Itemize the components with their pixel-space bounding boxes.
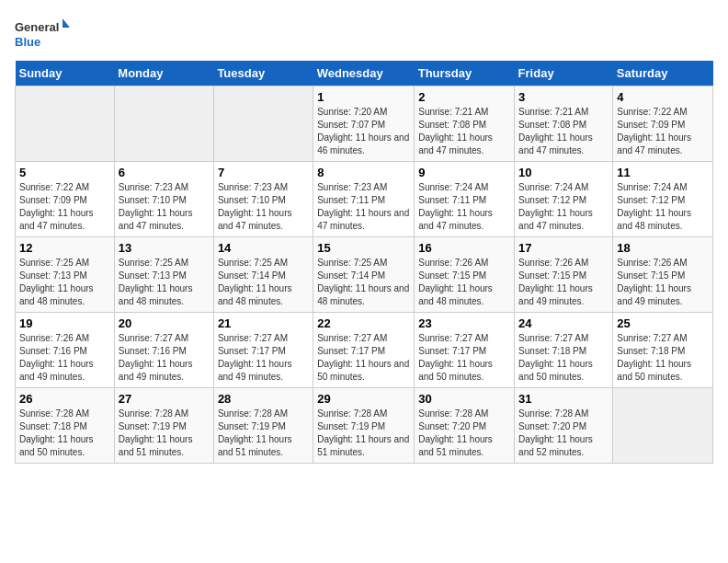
calendar-cell: 22Sunrise: 7:27 AM Sunset: 7:17 PM Dayli…: [313, 313, 415, 388]
calendar-cell: [114, 86, 213, 162]
day-number: 19: [19, 316, 110, 330]
day-number: 30: [418, 392, 510, 406]
day-info: Sunrise: 7:23 AM Sunset: 7:10 PM Dayligh…: [119, 181, 210, 233]
calendar-cell: 1Sunrise: 7:20 AM Sunset: 7:07 PM Daylig…: [313, 86, 415, 162]
day-number: 18: [617, 241, 709, 255]
day-info: Sunrise: 7:27 AM Sunset: 7:16 PM Dayligh…: [119, 332, 210, 384]
calendar-week-4: 19Sunrise: 7:26 AM Sunset: 7:16 PM Dayli…: [16, 313, 713, 388]
calendar-week-5: 26Sunrise: 7:28 AM Sunset: 7:18 PM Dayli…: [16, 388, 713, 464]
calendar-cell: 20Sunrise: 7:27 AM Sunset: 7:16 PM Dayli…: [114, 313, 213, 388]
calendar-week-1: 1Sunrise: 7:20 AM Sunset: 7:07 PM Daylig…: [16, 86, 713, 162]
page-header: General Blue: [15, 15, 713, 52]
day-info: Sunrise: 7:22 AM Sunset: 7:09 PM Dayligh…: [617, 106, 709, 157]
header-thursday: Thursday: [415, 61, 515, 86]
day-number: 20: [119, 316, 210, 330]
calendar-cell: 23Sunrise: 7:27 AM Sunset: 7:17 PM Dayli…: [415, 313, 515, 388]
logo: General Blue: [15, 15, 70, 52]
calendar-cell: 16Sunrise: 7:26 AM Sunset: 7:15 PM Dayli…: [415, 237, 515, 313]
day-info: Sunrise: 7:28 AM Sunset: 7:20 PM Dayligh…: [518, 408, 609, 459]
calendar-cell: 8Sunrise: 7:23 AM Sunset: 7:11 PM Daylig…: [313, 162, 415, 237]
day-number: 6: [119, 166, 210, 179]
day-number: 15: [317, 241, 410, 255]
day-info: Sunrise: 7:24 AM Sunset: 7:11 PM Dayligh…: [418, 181, 510, 233]
day-info: Sunrise: 7:28 AM Sunset: 7:19 PM Dayligh…: [119, 408, 210, 459]
calendar-table: SundayMondayTuesdayWednesdayThursdayFrid…: [15, 61, 713, 464]
calendar-cell: 9Sunrise: 7:24 AM Sunset: 7:11 PM Daylig…: [415, 162, 515, 237]
calendar-cell: 19Sunrise: 7:26 AM Sunset: 7:16 PM Dayli…: [16, 313, 115, 388]
day-info: Sunrise: 7:25 AM Sunset: 7:14 PM Dayligh…: [218, 257, 309, 308]
day-info: Sunrise: 7:26 AM Sunset: 7:15 PM Dayligh…: [418, 257, 510, 308]
day-number: 24: [518, 316, 609, 330]
day-info: Sunrise: 7:20 AM Sunset: 7:07 PM Dayligh…: [317, 106, 410, 157]
day-number: 8: [317, 166, 410, 179]
day-number: 9: [418, 166, 510, 179]
day-number: 17: [518, 241, 609, 255]
header-friday: Friday: [515, 61, 613, 86]
day-info: Sunrise: 7:26 AM Sunset: 7:15 PM Dayligh…: [518, 257, 609, 308]
calendar-cell: [613, 388, 713, 464]
day-info: Sunrise: 7:26 AM Sunset: 7:15 PM Dayligh…: [617, 257, 709, 308]
logo-svg: General Blue: [15, 15, 70, 52]
day-number: 29: [317, 392, 410, 406]
calendar-cell: 15Sunrise: 7:25 AM Sunset: 7:14 PM Dayli…: [313, 237, 415, 313]
calendar-cell: 11Sunrise: 7:24 AM Sunset: 7:12 PM Dayli…: [613, 162, 713, 237]
day-info: Sunrise: 7:27 AM Sunset: 7:18 PM Dayligh…: [617, 332, 709, 384]
day-info: Sunrise: 7:28 AM Sunset: 7:18 PM Dayligh…: [19, 408, 110, 459]
day-info: Sunrise: 7:28 AM Sunset: 7:20 PM Dayligh…: [418, 408, 510, 459]
day-info: Sunrise: 7:27 AM Sunset: 7:18 PM Dayligh…: [518, 332, 609, 384]
day-info: Sunrise: 7:28 AM Sunset: 7:19 PM Dayligh…: [218, 408, 309, 459]
calendar-cell: 18Sunrise: 7:26 AM Sunset: 7:15 PM Dayli…: [613, 237, 713, 313]
day-info: Sunrise: 7:21 AM Sunset: 7:08 PM Dayligh…: [518, 106, 609, 157]
day-info: Sunrise: 7:23 AM Sunset: 7:11 PM Dayligh…: [317, 181, 410, 233]
calendar-week-2: 5Sunrise: 7:22 AM Sunset: 7:09 PM Daylig…: [16, 162, 713, 237]
calendar-cell: 4Sunrise: 7:22 AM Sunset: 7:09 PM Daylig…: [613, 86, 713, 162]
day-number: 1: [317, 90, 410, 104]
day-number: 7: [218, 166, 309, 179]
calendar-cell: 3Sunrise: 7:21 AM Sunset: 7:08 PM Daylig…: [515, 86, 613, 162]
day-number: 10: [518, 166, 609, 179]
day-info: Sunrise: 7:21 AM Sunset: 7:08 PM Dayligh…: [418, 106, 510, 157]
calendar-cell: 2Sunrise: 7:21 AM Sunset: 7:08 PM Daylig…: [415, 86, 515, 162]
day-info: Sunrise: 7:28 AM Sunset: 7:19 PM Dayligh…: [317, 408, 410, 459]
day-info: Sunrise: 7:25 AM Sunset: 7:13 PM Dayligh…: [19, 257, 110, 308]
day-info: Sunrise: 7:24 AM Sunset: 7:12 PM Dayligh…: [518, 181, 609, 233]
day-info: Sunrise: 7:27 AM Sunset: 7:17 PM Dayligh…: [218, 332, 309, 384]
day-info: Sunrise: 7:22 AM Sunset: 7:09 PM Dayligh…: [19, 181, 110, 233]
header-wednesday: Wednesday: [313, 61, 415, 86]
calendar-cell: 21Sunrise: 7:27 AM Sunset: 7:17 PM Dayli…: [213, 313, 313, 388]
day-number: 27: [119, 392, 210, 406]
day-number: 23: [418, 316, 510, 330]
day-info: Sunrise: 7:26 AM Sunset: 7:16 PM Dayligh…: [19, 332, 110, 384]
day-info: Sunrise: 7:23 AM Sunset: 7:10 PM Dayligh…: [218, 181, 309, 233]
day-info: Sunrise: 7:24 AM Sunset: 7:12 PM Dayligh…: [617, 181, 709, 233]
calendar-header-row: SundayMondayTuesdayWednesdayThursdayFrid…: [16, 61, 713, 86]
day-number: 3: [518, 90, 609, 104]
day-number: 12: [19, 241, 110, 255]
day-number: 28: [218, 392, 309, 406]
day-number: 2: [418, 90, 510, 104]
calendar-cell: 25Sunrise: 7:27 AM Sunset: 7:18 PM Dayli…: [613, 313, 713, 388]
calendar-cell: 13Sunrise: 7:25 AM Sunset: 7:13 PM Dayli…: [114, 237, 213, 313]
calendar-cell: 24Sunrise: 7:27 AM Sunset: 7:18 PM Dayli…: [515, 313, 613, 388]
day-number: 11: [617, 166, 709, 179]
calendar-cell: 27Sunrise: 7:28 AM Sunset: 7:19 PM Dayli…: [114, 388, 213, 464]
day-number: 26: [19, 392, 110, 406]
day-number: 22: [317, 316, 410, 330]
calendar-cell: 14Sunrise: 7:25 AM Sunset: 7:14 PM Dayli…: [213, 237, 313, 313]
calendar-cell: [213, 86, 313, 162]
day-number: 13: [119, 241, 210, 255]
calendar-cell: 26Sunrise: 7:28 AM Sunset: 7:18 PM Dayli…: [16, 388, 115, 464]
header-monday: Monday: [114, 61, 213, 86]
calendar-cell: 31Sunrise: 7:28 AM Sunset: 7:20 PM Dayli…: [515, 388, 613, 464]
day-number: 4: [617, 90, 709, 104]
calendar-cell: [16, 86, 115, 162]
day-number: 31: [518, 392, 609, 406]
day-info: Sunrise: 7:27 AM Sunset: 7:17 PM Dayligh…: [317, 332, 410, 384]
calendar-cell: 30Sunrise: 7:28 AM Sunset: 7:20 PM Dayli…: [415, 388, 515, 464]
day-info: Sunrise: 7:25 AM Sunset: 7:13 PM Dayligh…: [119, 257, 210, 308]
day-info: Sunrise: 7:27 AM Sunset: 7:17 PM Dayligh…: [418, 332, 510, 384]
header-sunday: Sunday: [16, 61, 115, 86]
svg-text:Blue: Blue: [15, 35, 40, 49]
calendar-cell: 29Sunrise: 7:28 AM Sunset: 7:19 PM Dayli…: [313, 388, 415, 464]
calendar-cell: 5Sunrise: 7:22 AM Sunset: 7:09 PM Daylig…: [16, 162, 115, 237]
